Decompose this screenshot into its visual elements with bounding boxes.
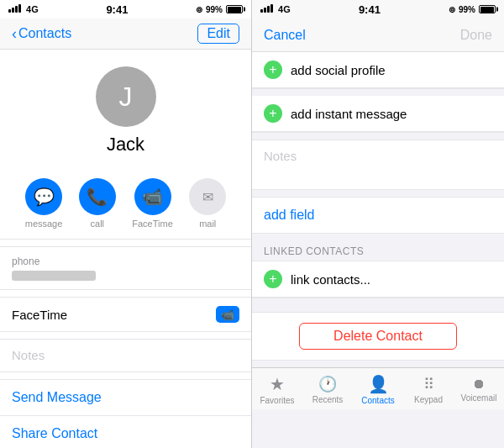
right-tab-keypad[interactable]: ⠿ Keypad — [403, 375, 454, 404]
link-contacts-row[interactable]: + link contacts... — [252, 261, 504, 298]
right-tab-recents[interactable]: 🕐 Recents — [302, 375, 353, 404]
add-social-plus-icon: + — [264, 61, 282, 79]
right-tab-voicemail[interactable]: ⏺ Voicemail — [454, 377, 504, 403]
delete-contact-button[interactable]: Delete Contact — [299, 323, 457, 350]
right-content: + add social profile + add instant messa… — [252, 52, 504, 448]
message-button[interactable]: 💬 message — [25, 178, 63, 229]
right-tab-contacts[interactable]: 👤 Contacts — [353, 374, 403, 405]
facetime-row[interactable]: FaceTime 📹 — [0, 297, 251, 332]
facetime-video-icon: 📹 — [134, 178, 171, 215]
done-button[interactable]: Done — [460, 28, 492, 43]
phone-section: phone — [0, 246, 251, 290]
right-contacts-label: Contacts — [361, 396, 394, 405]
right-recents-icon: 🕐 — [318, 375, 337, 393]
right-tab-bar: ★ Favorites 🕐 Recents 👤 Contacts ⠿ Keypa… — [252, 367, 504, 409]
share-contact-link[interactable]: Share Contact — [0, 416, 251, 448]
action-buttons: 💬 message 📞 call 📹 FaceTime ✉ mail — [0, 168, 251, 240]
add-field-section[interactable]: add field — [252, 197, 504, 234]
add-field-label: add field — [264, 208, 315, 222]
call-button[interactable]: 📞 call — [79, 178, 116, 229]
add-instant-message-section: + add instant message — [252, 96, 504, 133]
right-battery-pct: 99% — [459, 5, 475, 14]
linked-contacts-header: LINKED CONTACTS — [252, 240, 504, 261]
cancel-button[interactable]: Cancel — [264, 28, 306, 43]
left-battery-pct: 99% — [206, 5, 223, 14]
message-label: message — [25, 219, 63, 229]
add-instant-label: add instant message — [291, 107, 407, 121]
facetime-row-label: FaceTime — [12, 308, 67, 322]
linked-contacts-section: + link contacts... — [252, 261, 504, 298]
mail-label: mail — [199, 219, 216, 229]
call-icon: 📞 — [79, 178, 116, 215]
message-icon: 💬 — [25, 178, 62, 215]
right-status-bar: 4G 9:41 ⊚ 99% — [252, 0, 504, 18]
right-voicemail-icon: ⏺ — [472, 377, 486, 392]
left-battery — [226, 5, 243, 13]
left-time: 9:41 — [106, 3, 128, 16]
mail-button[interactable]: ✉ mail — [189, 178, 226, 229]
left-wifi-icon: ⊚ — [196, 5, 202, 14]
right-carrier: 4G — [260, 4, 291, 14]
add-instant-plus-icon: + — [264, 104, 282, 123]
facetime-video-button[interactable]: 📹 FaceTime — [132, 178, 173, 229]
link-contacts-label: link contacts... — [291, 272, 370, 287]
left-nav-bar: ‹ Contacts Edit — [0, 18, 251, 50]
right-battery — [479, 5, 496, 13]
right-favorites-label: Favorites — [260, 396, 294, 405]
add-instant-message-row[interactable]: + add instant message — [252, 96, 504, 132]
right-recents-label: Recents — [312, 395, 344, 404]
right-nav-bar: Cancel Done — [252, 18, 504, 52]
back-arrow-icon: ‹ — [12, 25, 17, 43]
right-notes-section[interactable]: Notes — [252, 140, 504, 190]
facetime-row-icon: 📹 — [216, 306, 239, 323]
add-social-section: + add social profile — [252, 52, 504, 89]
right-time: 9:41 — [359, 3, 381, 16]
right-status-right: ⊚ 99% — [449, 5, 496, 14]
contact-header: J Jack — [0, 50, 251, 168]
left-status-right: ⊚ 99% — [196, 5, 243, 14]
action-links: Send Message Share Contact Add to Favori… — [0, 379, 251, 448]
left-carrier: 4G — [8, 4, 39, 14]
right-keypad-label: Keypad — [414, 395, 443, 404]
mail-icon: ✉ — [189, 178, 226, 215]
facetime-label: FaceTime — [132, 219, 173, 229]
back-label: Contacts — [18, 26, 71, 41]
right-favorites-icon: ★ — [270, 374, 285, 394]
notes-placeholder: Notes — [12, 348, 45, 362]
phone-label: phone — [12, 256, 239, 267]
phone-row: phone — [0, 247, 251, 289]
right-wifi-icon: ⊚ — [449, 5, 455, 14]
left-status-bar: 4G 9:41 ⊚ 99% — [0, 0, 251, 18]
back-button[interactable]: ‹ Contacts — [12, 25, 71, 43]
add-social-label: add social profile — [291, 63, 386, 77]
send-message-link[interactable]: Send Message — [0, 380, 251, 416]
notes-row[interactable]: Notes — [0, 339, 251, 372]
right-contacts-icon: 👤 — [368, 374, 389, 394]
left-panel: 4G 9:41 ⊚ 99% ‹ Contacts Edit J Jack 💬 m… — [0, 0, 252, 448]
right-tab-favorites[interactable]: ★ Favorites — [252, 374, 302, 405]
right-notes-placeholder: Notes — [264, 149, 297, 163]
avatar: J — [96, 66, 156, 127]
right-voicemail-label: Voicemail — [461, 393, 497, 403]
right-panel: 4G 9:41 ⊚ 99% Cancel Done + add social p… — [252, 0, 504, 448]
avatar-initial: J — [119, 82, 133, 113]
contact-name: Jack — [107, 134, 144, 155]
edit-button[interactable]: Edit — [197, 24, 239, 44]
right-keypad-icon: ⠿ — [423, 375, 434, 393]
add-social-profile-row[interactable]: + add social profile — [252, 52, 504, 88]
delete-section: Delete Contact — [252, 312, 504, 361]
link-contacts-plus-icon: + — [264, 270, 282, 288]
call-label: call — [91, 219, 105, 229]
phone-number — [12, 271, 96, 281]
